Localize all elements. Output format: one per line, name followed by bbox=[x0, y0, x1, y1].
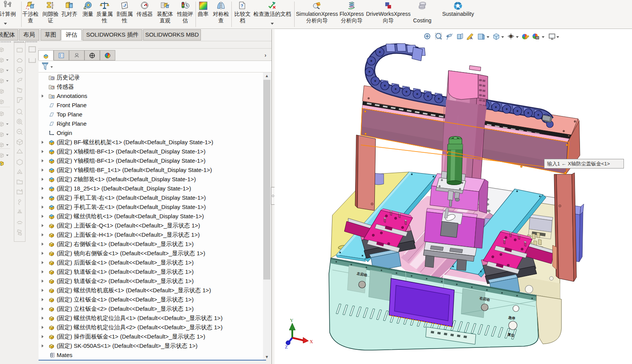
svg-text:A: A bbox=[470, 36, 473, 40]
svg-text:Y: Y bbox=[290, 318, 293, 323]
svg-text:?: ? bbox=[241, 3, 243, 8]
svg-text:Z: Z bbox=[285, 344, 288, 350]
svg-text:X: X bbox=[310, 339, 313, 344]
svg-text:A: A bbox=[52, 96, 54, 98]
